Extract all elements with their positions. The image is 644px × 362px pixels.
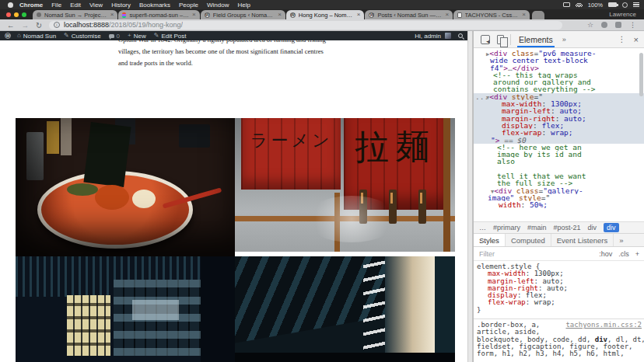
code-line[interactable]: contains everything -->: [474, 85, 644, 92]
class-toggle[interactable]: .cls: [618, 250, 629, 258]
device-toolbar-icon[interactable]: [497, 35, 504, 44]
style-line[interactable]: fieldset, figcaption, figure, footer,: [477, 343, 644, 350]
tab-elements[interactable]: Elements: [517, 32, 555, 47]
extension-icon-2[interactable]: [615, 22, 621, 28]
breadcrumb-item[interactable]: div: [588, 224, 597, 231]
wordpress-logo-icon[interactable]: W: [5, 33, 11, 39]
style-line[interactable]: form, h1, h2, h3, h4, h5, h6, html,: [477, 350, 644, 357]
search-icon[interactable]: [458, 33, 463, 38]
sidebar-more-tabs-chevron[interactable]: »: [614, 234, 628, 246]
wifi-icon[interactable]: [576, 2, 583, 7]
notification-center-icon[interactable]: [633, 2, 639, 7]
admin-bar-customize[interactable]: ✎ Customise: [64, 33, 101, 40]
clock-icon[interactable]: [622, 2, 628, 8]
code-line[interactable]: ...▼<div style=": [474, 93, 644, 100]
style-line[interactable]: .border-box, a,tachyons.min.css:2: [477, 322, 644, 329]
extension-icon[interactable]: [601, 22, 607, 28]
code-line[interactable]: "> == $0: [474, 137, 644, 144]
browser-tab[interactable]: WField Groups ‹ Nomad Sun –×: [201, 10, 285, 19]
tab-close-icon[interactable]: ×: [278, 12, 282, 18]
breadcrumb-item[interactable]: div: [604, 223, 619, 232]
menu-item-file[interactable]: File: [51, 2, 61, 9]
overflow-gutter-dots[interactable]: ...: [475, 93, 488, 100]
admin-bar-new[interactable]: + New: [128, 33, 146, 40]
new-tab-button[interactable]: [532, 11, 544, 19]
new-style-rule-button[interactable]: +: [635, 250, 639, 258]
apple-icon[interactable]: [8, 2, 13, 8]
code-line[interactable]: image" style=": [474, 194, 644, 201]
code-line[interactable]: tell it that we want: [474, 172, 644, 179]
devtools-resize-handle[interactable]: [467, 31, 473, 362]
admin-bar-site-name[interactable]: ⌂ Nomad Sun: [17, 33, 56, 40]
code-line[interactable]: margin-left: auto;: [474, 107, 644, 114]
code-line[interactable]: ▶<div class="pv6 measure-: [474, 50, 644, 57]
close-window-button[interactable]: [6, 12, 11, 17]
code-line[interactable]: <!-- this tag wraps: [474, 71, 644, 78]
reload-button[interactable]: ↻: [36, 21, 42, 30]
browser-tab[interactable]: superfi-nomad-sun – Figma×: [118, 10, 199, 19]
style-line[interactable]: }: [477, 307, 644, 314]
code-line[interactable]: margin-right: auto;: [474, 115, 644, 122]
breadcrumb-item[interactable]: #post-21: [554, 224, 581, 231]
admin-bar-edit-post[interactable]: ✎ Edit Post: [154, 33, 187, 40]
browser-tab[interactable]: Nomad Sun → Project Guide×: [33, 10, 117, 19]
code-line[interactable]: display: flex;: [474, 122, 644, 129]
menu-item-chrome[interactable]: Chrome: [19, 2, 43, 9]
code-line[interactable]: <!-- here we get an: [474, 144, 644, 151]
more-panels-chevron[interactable]: »: [562, 36, 566, 44]
avatar[interactable]: [445, 33, 451, 39]
browser-profile-name[interactable]: Lawrence: [609, 11, 644, 19]
style-line[interactable]: display: flex;: [477, 292, 644, 299]
sidebar-tab-computed[interactable]: Computed: [506, 234, 551, 246]
url-text[interactable]: localhost:8888/2018/05/19/hong-kong/: [64, 21, 183, 29]
menu-item-people[interactable]: People: [179, 2, 198, 9]
code-line[interactable]: width: 50%;: [474, 201, 644, 208]
code-line[interactable]: also: [474, 158, 644, 165]
admin-greeting[interactable]: Hi, admin: [415, 33, 441, 40]
style-line[interactable]: flex-wrap: wrap;: [477, 299, 644, 306]
tab-close-icon[interactable]: ×: [110, 12, 114, 18]
inspect-element-icon[interactable]: [481, 35, 490, 44]
style-line[interactable]: margin-left: auto;: [477, 278, 644, 285]
minimize-window-button[interactable]: [14, 12, 19, 17]
bookmark-star-icon[interactable]: ☆: [587, 21, 593, 29]
style-line[interactable]: element.style {: [477, 263, 644, 270]
menu-item-history[interactable]: History: [111, 2, 131, 9]
style-line[interactable]: margin-right: auto;: [477, 285, 644, 292]
menu-item-view[interactable]: View: [89, 2, 103, 9]
style-line[interactable]: article, aside,: [477, 329, 644, 336]
breadcrumb-item[interactable]: …: [479, 224, 486, 231]
tab-close-icon[interactable]: ×: [357, 12, 361, 18]
code-line[interactable]: max-width: 1300px;: [474, 100, 644, 107]
breadcrumb-item[interactable]: #main: [527, 224, 547, 231]
menu-item-window[interactable]: Window: [207, 2, 229, 9]
back-button[interactable]: ←: [7, 21, 15, 30]
code-line[interactable]: image by its id and: [474, 151, 644, 158]
code-line[interactable]: ▼<div class="gallery-: [474, 187, 644, 194]
menu-item-help[interactable]: Help: [237, 2, 250, 9]
devtools-menu-icon[interactable]: ⋮: [618, 35, 626, 44]
code-line[interactable]: the full size -->: [474, 179, 644, 186]
admin-bar-comments[interactable]: 0: [109, 33, 120, 40]
browser-tab[interactable]: WPosts ‹ Nomad Sun — WordP×: [365, 10, 453, 19]
code-line[interactable]: [474, 165, 644, 172]
menu-item-bookmarks[interactable]: Bookmarks: [139, 2, 170, 9]
breadcrumb-item[interactable]: #primary: [493, 224, 520, 231]
chrome-menu-icon[interactable]: ⋮: [629, 21, 636, 29]
code-line[interactable]: f4">…</div>: [474, 64, 644, 71]
code-line[interactable]: flex-wrap: wrap;: [474, 129, 644, 136]
tab-close-icon[interactable]: ×: [522, 12, 526, 18]
style-line[interactable]: blockquote, body, code, dd, div, dl, dt,: [477, 336, 644, 343]
filter-input[interactable]: Filter: [479, 250, 495, 258]
sidebar-tab-event-listeners[interactable]: Event Listeners: [551, 234, 614, 246]
stylesheet-source-link[interactable]: tachyons.min.css:2: [565, 322, 642, 329]
tab-close-icon[interactable]: ×: [445, 12, 449, 18]
display-icon[interactable]: [563, 2, 570, 7]
code-line[interactable]: wide center text-block: [474, 57, 644, 64]
site-info-icon[interactable]: i: [54, 22, 60, 28]
pseudo-state-toggle[interactable]: :hov: [599, 250, 612, 258]
code-line[interactable]: around our gallery and: [474, 78, 644, 85]
forward-button[interactable]: →: [22, 21, 30, 30]
omnibox[interactable]: i localhost:8888/2018/05/19/hong-kong/: [49, 21, 562, 30]
zoom-window-button[interactable]: [22, 12, 26, 17]
